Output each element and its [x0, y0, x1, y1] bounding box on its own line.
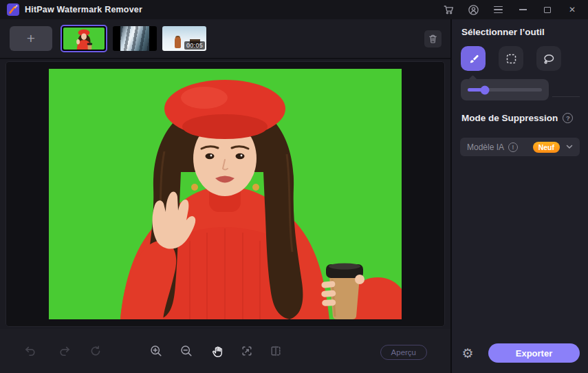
- gear-icon: ⚙: [461, 345, 473, 361]
- zoom-in-button[interactable]: [149, 344, 163, 358]
- settings-button[interactable]: ⚙: [459, 344, 477, 362]
- sidebar-footer: ⚙ Exporter: [459, 343, 580, 363]
- app-logo-icon: [7, 3, 19, 16]
- compare-view-button[interactable]: [269, 344, 283, 358]
- reset-button[interactable]: [89, 344, 102, 358]
- undo-button[interactable]: [23, 344, 37, 358]
- undo-icon: [24, 345, 36, 357]
- tool-section-title: Sélectionner l’outil: [461, 27, 545, 37]
- ai-model-label: Modèle IA: [467, 142, 504, 152]
- thumbnail-selected[interactable]: [61, 25, 107, 52]
- close-icon: ✕: [569, 5, 576, 14]
- maximize-button[interactable]: [538, 2, 556, 17]
- brush-icon: [468, 53, 479, 65]
- account-icon: [468, 4, 479, 16]
- brush-size-slider[interactable]: [468, 88, 542, 92]
- add-file-button[interactable]: +: [10, 26, 52, 51]
- redo-button[interactable]: [58, 344, 72, 358]
- trash-icon: [428, 34, 438, 44]
- brush-tool-button[interactable]: [461, 46, 486, 71]
- menu-button[interactable]: [489, 2, 507, 17]
- redo-icon: [58, 345, 71, 357]
- account-button[interactable]: [464, 2, 482, 17]
- mode-section-header: Mode de Suppression ?: [461, 113, 573, 123]
- lasso-icon: [543, 53, 555, 65]
- canvas-frame: [6, 61, 445, 327]
- tool-buttons: [461, 46, 561, 71]
- marquee-icon: [505, 53, 517, 65]
- info-icon: !: [508, 142, 518, 152]
- canvas-area: [0, 59, 450, 329]
- minimize-icon: [519, 9, 527, 10]
- titlebar-controls: ✕: [439, 2, 581, 17]
- marquee-tool-button[interactable]: [499, 46, 523, 71]
- zoom-in-icon: [149, 344, 163, 358]
- chevron-down-icon: [566, 145, 573, 149]
- zoom-out-button[interactable]: [179, 344, 193, 358]
- fit-screen-icon: [241, 345, 253, 357]
- thumbnail-bar: +: [0, 19, 450, 59]
- green-screen-photo[interactable]: [49, 69, 402, 319]
- zoom-out-icon: [179, 344, 193, 358]
- ai-model-dropdown[interactable]: Modèle IA ! Neuf: [460, 138, 580, 156]
- cart-button[interactable]: [439, 2, 457, 17]
- bottom-toolbar: Aperçu: [0, 329, 450, 373]
- titlebar-left: HitPaw Watermark Remover: [7, 3, 142, 16]
- menu-icon: [494, 6, 503, 14]
- plus-icon: +: [27, 31, 35, 45]
- brush-size-panel: [461, 79, 549, 100]
- cart-icon: [443, 4, 455, 15]
- section-divider: [552, 96, 580, 97]
- lasso-tool-button[interactable]: [536, 46, 561, 71]
- titlebar: HitPaw Watermark Remover: [0, 0, 588, 19]
- brush-size-thumb[interactable]: [480, 85, 489, 94]
- close-button[interactable]: ✕: [563, 2, 581, 17]
- window-title: HitPaw Watermark Remover: [25, 5, 142, 14]
- hand-tool-button[interactable]: [210, 344, 224, 358]
- editor-panel: +: [0, 19, 450, 373]
- thumbnail-3[interactable]: 00:05: [162, 26, 206, 51]
- thumbnail-selected-preview: [63, 28, 105, 50]
- maximize-icon: [544, 7, 551, 13]
- preview-button[interactable]: Aperçu: [380, 345, 427, 360]
- thumbnail-2-preview: [120, 26, 149, 51]
- mode-section-title: Mode de Suppression: [461, 113, 558, 123]
- app-window: HitPaw Watermark Remover: [0, 0, 588, 373]
- reset-icon: [89, 345, 102, 357]
- export-button[interactable]: Exporter: [488, 343, 580, 363]
- new-badge: Neuf: [533, 142, 560, 153]
- minimize-button[interactable]: [514, 2, 532, 17]
- main-content: +: [0, 19, 588, 373]
- video-duration-badge: 00:05: [184, 41, 205, 50]
- thumbnail-2[interactable]: [113, 26, 157, 51]
- help-icon[interactable]: ?: [563, 113, 573, 123]
- hand-icon: [211, 345, 224, 358]
- compare-view-icon: [270, 345, 282, 357]
- delete-button[interactable]: [424, 30, 442, 47]
- fit-screen-button[interactable]: [240, 344, 254, 358]
- sidebar: Sélectionner l’outil: [450, 19, 588, 373]
